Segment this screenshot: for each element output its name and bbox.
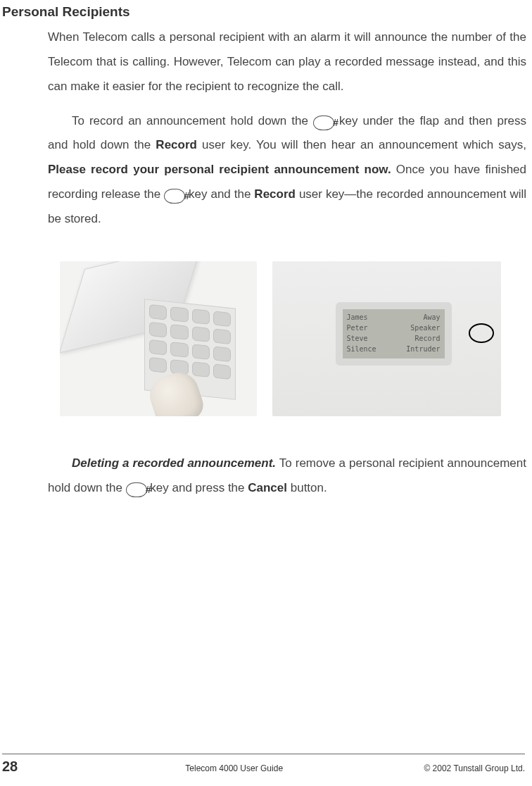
footer-copyright: © 2002 Tunstall Group Ltd. — [424, 763, 525, 773]
callout-circle-icon — [469, 323, 494, 343]
hash-key-icon: # — [164, 189, 185, 204]
text-fragment: user key. You will then hear an announce… — [202, 138, 526, 151]
text-fragment: key and press the — [150, 481, 248, 494]
device-screen: JamesAway PeterSpeaker SteveRecord Silen… — [343, 309, 445, 358]
paragraph-recording: To record an announcement hold down the … — [48, 109, 526, 232]
screen-row-right: Record — [393, 334, 441, 344]
cancel-button-label: Cancel — [248, 481, 287, 494]
page-number: 28 — [2, 759, 44, 775]
text-fragment: key and the — [189, 187, 254, 201]
hash-key-icon: # — [313, 116, 334, 130]
record-key-label: Record — [156, 138, 197, 151]
text-fragment: button. — [291, 481, 327, 494]
record-key-label: Record — [254, 187, 296, 201]
figure-row: JamesAway PeterSpeaker SteveRecord Silen… — [0, 242, 532, 451]
paragraph-deleting: Deleting a recorded announcement. To rem… — [48, 451, 526, 501]
text-fragment: To record an announcement hold down the — [72, 114, 313, 127]
footer-title: Telecom 4000 User Guide — [44, 763, 424, 773]
device-screen-frame: JamesAway PeterSpeaker SteveRecord Silen… — [336, 302, 452, 366]
paragraph-intro: When Telecom calls a personal recipient … — [48, 25, 526, 99]
screen-row-left: Silence — [347, 344, 394, 355]
screen-row-left: Steve — [347, 334, 394, 344]
screen-row-right: Away — [393, 313, 441, 323]
figure-keypad-hand — [60, 261, 257, 416]
section-heading: Personal Recipients — [0, 0, 532, 25]
figure-device-screen: JamesAway PeterSpeaker SteveRecord Silen… — [272, 261, 501, 416]
voice-prompt-text: Please record your personal recipient an… — [48, 163, 391, 176]
page-footer: 28 Telecom 4000 User Guide © 2002 Tunsta… — [0, 754, 532, 775]
screen-row-left: Peter — [347, 323, 394, 334]
hash-key-icon: # — [126, 482, 147, 497]
footer-divider — [2, 754, 525, 754]
subheading-inline: Deleting a recorded announcement. — [72, 456, 276, 470]
screen-row-right: Speaker — [393, 323, 441, 334]
screen-row-right: Intruder — [393, 344, 441, 355]
screen-row-left: James — [347, 313, 394, 323]
